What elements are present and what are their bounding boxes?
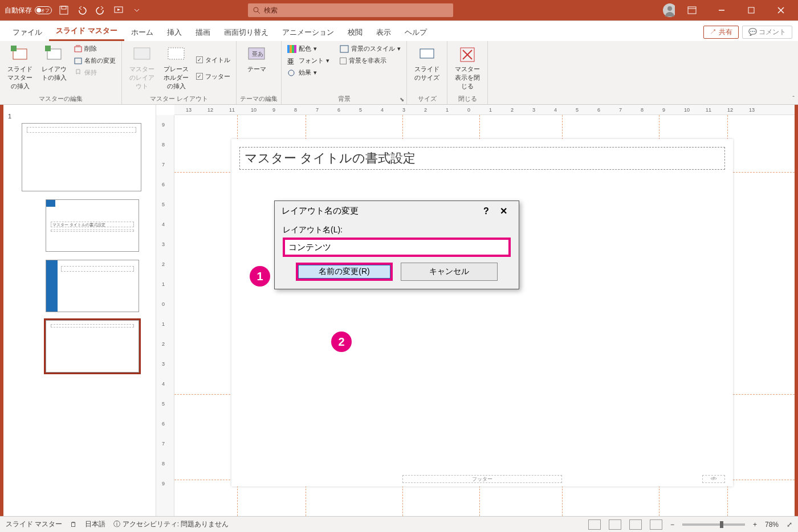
- slide-master-icon: [11, 46, 29, 64]
- thumbnail-pane[interactable]: 1 マスター タイトルの書式設定: [3, 105, 156, 516]
- ribbon-group-themes: 亜あ テーマ テーマの編集: [237, 41, 282, 104]
- tab-view[interactable]: 表示: [369, 24, 398, 41]
- zoom-in-button[interactable]: +: [753, 521, 757, 529]
- slide-number: 1: [8, 113, 11, 120]
- tab-insert[interactable]: 挿入: [160, 24, 189, 41]
- layout-name-input[interactable]: [283, 238, 511, 257]
- reading-view-icon[interactable]: [629, 519, 642, 530]
- ribbon-display-icon[interactable]: [679, 0, 705, 21]
- close-master-button[interactable]: マスター表示を閉じる: [451, 43, 484, 93]
- layout-thumbnail-2[interactable]: [46, 260, 139, 312]
- svg-text:亜: 亜: [287, 58, 294, 65]
- collapse-ribbon-icon[interactable]: ˆ: [792, 95, 795, 102]
- ribbon-group-background: 配色 ▾ 亜フォント ▾ 効果 ▾ 背景のスタイル ▾ 背景を非表示 背景 ⬊: [282, 41, 407, 104]
- hide-bg-checkbox[interactable]: 背景を非表示: [337, 55, 403, 66]
- annotation-callout-1: 1: [250, 266, 270, 287]
- rename-button[interactable]: 名前の変更: [72, 55, 118, 66]
- status-language[interactable]: 日本語: [85, 519, 105, 529]
- redo-icon[interactable]: [94, 4, 107, 17]
- autosave-label: 自動保存: [5, 6, 32, 15]
- colors-icon: [287, 45, 296, 53]
- notes-icon[interactable]: 🗒: [70, 521, 77, 529]
- insert-layout-button[interactable]: レイアウトの挿入: [38, 43, 71, 93]
- fonts-button[interactable]: 亜フォント ▾: [285, 55, 332, 66]
- title-checkbox[interactable]: ✓タイトル: [194, 55, 233, 66]
- slide-size-button[interactable]: スライドのサイズ: [410, 43, 443, 84]
- tab-file[interactable]: ファイル: [6, 24, 49, 41]
- sorter-view-icon[interactable]: [609, 519, 621, 530]
- accessibility-status[interactable]: ⓘ アクセシビリティ: 問題ありません: [113, 519, 229, 529]
- tab-transitions[interactable]: 画面切り替え: [217, 24, 275, 41]
- group-label-themes: テーマの編集: [240, 93, 278, 103]
- autosave-toggle[interactable]: 自動保存 オフ: [5, 6, 52, 15]
- fonts-icon: 亜: [287, 57, 296, 65]
- footer-placeholder[interactable]: フッター: [402, 475, 562, 483]
- vertical-ruler: 9876543210123456789: [156, 115, 174, 516]
- dialog-close-button[interactable]: ✕: [495, 206, 512, 216]
- footer-checkbox[interactable]: ✓フッター: [194, 71, 233, 82]
- zoom-slider[interactable]: [682, 523, 745, 526]
- dialog-help-button[interactable]: ?: [478, 206, 495, 216]
- thumb-sidebar: [46, 260, 58, 312]
- insert-placeholder-button[interactable]: プレースホルダーの挿入: [160, 43, 193, 93]
- share-button[interactable]: ↗ 共有: [703, 26, 738, 39]
- thumb-placeholder-line: [27, 127, 136, 133]
- qat-more-icon[interactable]: [131, 4, 143, 17]
- master-thumbnail[interactable]: [22, 123, 141, 191]
- search-box[interactable]: 検索: [248, 3, 453, 17]
- comment-button[interactable]: 💬 コメント: [742, 26, 792, 39]
- slideshow-icon[interactable]: [112, 4, 125, 17]
- minimize-button[interactable]: [709, 0, 734, 21]
- group-label-edit-master: マスターの編集: [3, 93, 118, 103]
- dialog-titlebar[interactable]: レイアウト名の変更 ? ✕: [275, 201, 519, 221]
- pagenum-placeholder[interactable]: ‹#›: [702, 475, 725, 483]
- tab-draw[interactable]: 描画: [189, 24, 217, 41]
- zoom-out-button[interactable]: −: [670, 521, 674, 529]
- close-button[interactable]: [768, 0, 793, 21]
- themes-button[interactable]: 亜あ テーマ: [240, 43, 273, 76]
- svg-rect-0: [60, 6, 68, 14]
- tab-animations[interactable]: アニメーション: [275, 24, 341, 41]
- layout-name-label: レイアウト名(L):: [283, 225, 343, 234]
- undo-icon[interactable]: [76, 4, 88, 17]
- tab-home[interactable]: ホーム: [124, 24, 160, 41]
- svg-rect-19: [75, 58, 82, 64]
- effects-icon: [287, 69, 296, 77]
- account-icon[interactable]: [662, 4, 675, 17]
- workspace: 1 マスター タイトルの書式設定 13121110987654321012345…: [3, 105, 795, 516]
- background-dialog-launcher[interactable]: ⬊: [400, 96, 404, 103]
- svg-rect-7: [688, 7, 696, 14]
- effects-button[interactable]: 効果 ▾: [285, 67, 332, 78]
- svg-rect-30: [340, 46, 348, 52]
- layout-thumbnail-1[interactable]: マスター タイトルの書式設定: [46, 199, 139, 252]
- cancel-button[interactable]: キャンセル: [401, 263, 498, 281]
- tab-slide-master[interactable]: スライド マスター: [49, 22, 124, 41]
- svg-rect-17: [75, 47, 82, 52]
- svg-point-6: [667, 6, 672, 11]
- rename-confirm-button[interactable]: 名前の変更(R): [296, 263, 393, 281]
- delete-button[interactable]: 削除: [72, 43, 118, 54]
- normal-view-icon[interactable]: [588, 519, 601, 530]
- save-icon[interactable]: [58, 4, 70, 17]
- preserve-icon: [74, 69, 82, 77]
- slide[interactable]: マスター タイトルの書式設定 フッター ‹#›: [231, 139, 733, 486]
- canvas[interactable]: マスター タイトルの書式設定 フッター ‹#› レイアウト名の変更 ? ✕ レイ…: [174, 115, 795, 516]
- svg-rect-25: [290, 45, 292, 53]
- group-label-size: サイズ: [410, 93, 443, 103]
- fit-to-window-icon[interactable]: ⤢: [787, 521, 792, 529]
- zoom-level[interactable]: 78%: [765, 521, 779, 529]
- slide-editor: 13121110987654321012345678910111213 9876…: [156, 105, 795, 516]
- colors-button[interactable]: 配色 ▾: [285, 43, 332, 54]
- layout-thumbnail-3[interactable]: [46, 320, 139, 373]
- layout-icon: [45, 46, 63, 64]
- preserve-button[interactable]: 保持: [72, 67, 118, 78]
- slideshow-view-icon[interactable]: [650, 519, 662, 530]
- insert-slide-master-button[interactable]: スライド マスターの挿入: [3, 43, 36, 93]
- svg-rect-24: [287, 45, 290, 53]
- maximize-button[interactable]: [739, 0, 764, 21]
- bg-styles-button[interactable]: 背景のスタイル ▾: [337, 43, 403, 54]
- title-placeholder[interactable]: マスター タイトルの書式設定: [239, 147, 725, 170]
- svg-rect-31: [420, 49, 434, 58]
- tab-review[interactable]: 校閲: [341, 24, 369, 41]
- tab-help[interactable]: ヘルプ: [398, 24, 434, 41]
